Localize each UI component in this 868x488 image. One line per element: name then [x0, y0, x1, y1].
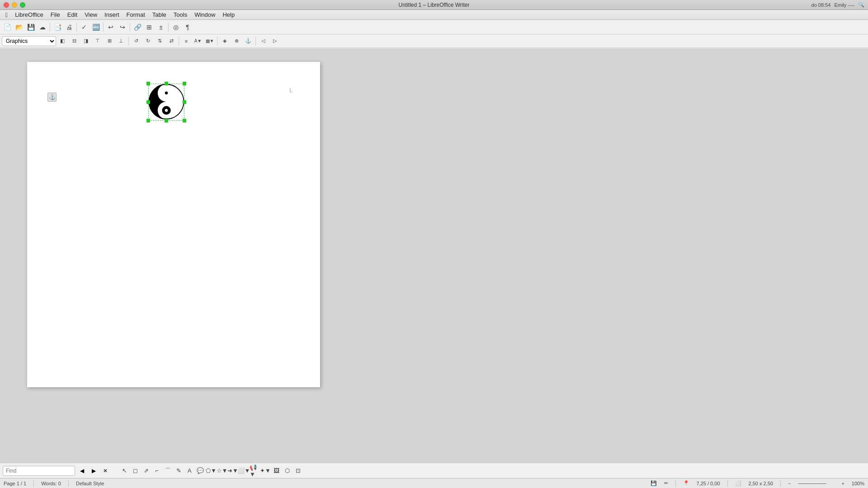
border-color-btn[interactable]: A▼ [193, 36, 203, 46]
redo-btn[interactable]: ↪ [117, 22, 128, 33]
menu-format[interactable]: Format [123, 10, 149, 19]
flip-h-btn[interactable]: ⇄ [166, 36, 177, 46]
menu-help[interactable]: Help [219, 10, 238, 19]
find-next-btn[interactable]: ▶ [89, 466, 99, 476]
find-clear-btn[interactable]: ✕ [100, 466, 110, 476]
filter-btn[interactable]: ◈ [219, 36, 230, 46]
extra-btn2[interactable]: ▷ [269, 36, 280, 46]
align-vcenter-btn[interactable]: ⊞ [104, 36, 115, 46]
yinyang-image [148, 84, 184, 120]
menu-insert[interactable]: Insert [101, 10, 123, 19]
print-btn[interactable]: 🖨 [64, 22, 75, 33]
handle-br[interactable] [183, 119, 186, 122]
handle-tl[interactable] [146, 82, 150, 85]
hyperlink-btn[interactable]: 🔗 [132, 22, 143, 33]
menu-table[interactable]: Table [149, 10, 170, 19]
handle-mr[interactable] [183, 100, 186, 104]
handle-ml[interactable] [146, 100, 150, 104]
sep-g1 [128, 37, 129, 46]
save-remote-btn[interactable]: ☁ [37, 22, 48, 33]
anchor-btn[interactable]: ⚓ [243, 36, 254, 46]
maximize-button[interactable] [20, 2, 25, 8]
menu-tools[interactable]: Tools [170, 10, 191, 19]
find-prev-btn[interactable]: ◀ [77, 466, 87, 476]
menu-window[interactable]: Window [191, 10, 219, 19]
align-right-btn[interactable]: ◨ [80, 36, 91, 46]
traffic-lights [4, 2, 25, 8]
handle-tr[interactable] [183, 82, 186, 85]
zoom-in-btn[interactable]: + [841, 481, 844, 486]
draw-line-btn[interactable]: ◻ [130, 466, 140, 476]
titlebar-right: do 08:54 Emily ---- 🔍 [811, 2, 864, 8]
pdf-btn[interactable]: 📑 [52, 22, 63, 33]
menu-view[interactable]: View [81, 10, 101, 19]
align-top-btn[interactable]: ⊤ [92, 36, 103, 46]
draw-freeform-btn[interactable]: ✎ [174, 466, 184, 476]
status-sep4 [727, 480, 728, 487]
image-mode-btn[interactable]: ⊕ [231, 36, 242, 46]
position-display: 📍 [683, 480, 689, 486]
graphic-toolbar: Graphics ◧ ⊟ ◨ ⊤ ⊞ ⊥ ↺ ↻ ⇅ ⇄ ≡ A▼ ▦▼ ◈ ⊕… [0, 34, 868, 48]
main-toolbar: 📄 📂 💾 ☁ 📑 🖨 ✓ 🔤 ↩ ↪ 🔗 ⊞ ± ◎ ¶ [0, 20, 868, 34]
menu-file[interactable]: File [47, 10, 64, 19]
draw-select-btn[interactable]: ↖ [119, 466, 129, 476]
menu-libreoffice[interactable]: LibreOffice [11, 10, 47, 19]
draw-block-arrows-btn[interactable]: ➜▼ [228, 466, 238, 476]
graphics-style-select[interactable]: Graphics [2, 36, 56, 46]
handle-bc[interactable] [165, 119, 168, 122]
draw-arrow-btn[interactable]: ⇗ [141, 466, 151, 476]
sep-g4 [255, 37, 256, 46]
draw-callout-btn[interactable]: 💬 [195, 466, 205, 476]
draw-3d-btn[interactable]: ⬡ [282, 466, 292, 476]
close-button[interactable] [4, 2, 9, 8]
navigator-btn[interactable]: ◎ [170, 22, 181, 33]
save-btn[interactable]: 💾 [25, 22, 36, 33]
image-container[interactable] [148, 84, 184, 121]
draw-stars-btn[interactable]: ✦▼ [260, 466, 270, 476]
handle-bl[interactable] [146, 119, 150, 122]
cursor-position: 7,25 / 0,00 [697, 481, 720, 486]
menu-edit[interactable]: Edit [64, 10, 81, 19]
insert-image-btn[interactable]: 🖼 [271, 466, 281, 476]
zoom-out-btn[interactable]: − [788, 481, 791, 486]
anchor-icon: ⚓ [47, 93, 57, 102]
area-color-btn[interactable]: ▦▼ [204, 36, 215, 46]
status-sep1 [33, 480, 34, 487]
draw-text-btn[interactable]: A [184, 466, 194, 476]
handle-tc[interactable] [165, 82, 168, 85]
minimize-button[interactable] [12, 2, 17, 8]
autocorrect-btn[interactable]: 🔤 [90, 22, 101, 33]
wrap-btn[interactable]: ≡ [181, 36, 192, 46]
document-page[interactable]: ⚓ L [27, 62, 320, 387]
zoom-slider[interactable]: ──────── [798, 481, 834, 486]
spellcheck-btn[interactable]: ✓ [79, 22, 90, 33]
undo-btn[interactable]: ↩ [105, 22, 116, 33]
align-center-btn[interactable]: ⊟ [69, 36, 80, 46]
apple-menu[interactable]:  [2, 10, 11, 19]
new-btn[interactable]: 📄 [2, 22, 13, 33]
draw-symbol-shapes-btn[interactable]: ☆▼ [217, 466, 227, 476]
open-btn[interactable]: 📂 [14, 22, 24, 33]
draw-basic-shapes-btn[interactable]: ⬠▼ [206, 466, 216, 476]
stylist-btn[interactable]: ¶ [182, 22, 193, 33]
word-count: Words: 0 [41, 481, 61, 486]
draw-callouts-btn[interactable]: 📢▼ [250, 466, 259, 476]
align-left-btn[interactable]: ◧ [57, 36, 68, 46]
draw-extra-btn[interactable]: ⊡ [293, 466, 303, 476]
rotate-right-btn[interactable]: ↻ [142, 36, 153, 46]
edit-mode-icon[interactable]: ✏ [664, 480, 668, 486]
extra-btn1[interactable]: ◁ [258, 36, 269, 46]
search-icon[interactable]: 🔍 [858, 2, 864, 8]
flip-v-btn[interactable]: ⇅ [154, 36, 165, 46]
table-btn[interactable]: ⊞ [144, 22, 155, 33]
sep1 [50, 23, 50, 32]
draw-flowchart-btn[interactable]: ⬜▼ [239, 466, 249, 476]
draw-connector-btn[interactable]: ⌐ [152, 466, 162, 476]
show-changes-btn[interactable]: ± [156, 22, 166, 33]
align-bottom-btn[interactable]: ⊥ [116, 36, 127, 46]
find-input[interactable] [3, 466, 75, 476]
rotate-left-btn[interactable]: ↺ [131, 36, 142, 46]
sep5 [168, 23, 169, 32]
save-icon[interactable]: 💾 [651, 480, 657, 486]
draw-curve-btn[interactable]: ⌒ [163, 466, 173, 476]
